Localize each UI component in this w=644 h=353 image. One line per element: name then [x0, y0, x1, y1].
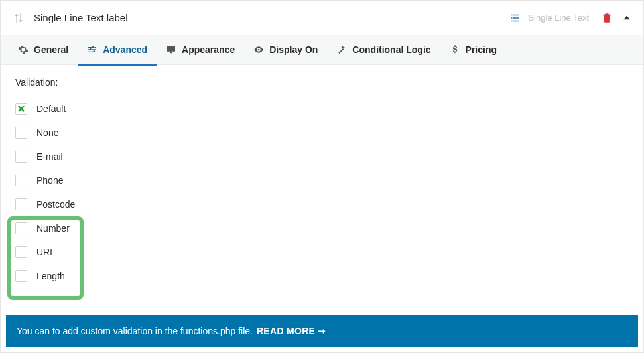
validation-option-email[interactable]: E-mail: [15, 145, 629, 169]
validation-option-length[interactable]: Length: [15, 264, 629, 288]
option-label: None: [36, 127, 58, 138]
validation-option-postcode[interactable]: Postcode: [15, 192, 629, 216]
field-type-text: Single Line Text: [528, 13, 589, 23]
sliders-icon: [87, 44, 97, 55]
option-label: Phone: [36, 175, 63, 186]
option-label: Default: [36, 104, 66, 114]
validation-panel: Validation: Default None E-mail Phone Po…: [1, 65, 643, 297]
list-icon: [509, 12, 521, 24]
option-label: Postcode: [36, 199, 75, 210]
tab-label: Advanced: [103, 44, 147, 55]
tab-label: Pricing: [466, 44, 497, 55]
option-label: E-mail: [36, 151, 63, 162]
tab-general[interactable]: General: [9, 35, 78, 65]
wand-icon: [336, 44, 347, 55]
tab-pricing[interactable]: Pricing: [440, 35, 506, 65]
tab-label: Appearance: [182, 44, 235, 55]
validation-option-none[interactable]: None: [15, 121, 629, 145]
read-more-link[interactable]: READ MORE ➞: [257, 326, 326, 336]
dollar-icon: [450, 44, 460, 55]
option-label: Length: [36, 271, 65, 281]
eye-icon: [253, 44, 264, 55]
monitor-icon: [166, 44, 176, 55]
tab-conditional-logic[interactable]: Conditional Logic: [327, 35, 440, 65]
trash-icon[interactable]: [601, 12, 613, 24]
checkbox-icon[interactable]: [15, 198, 27, 210]
validation-option-default[interactable]: Default: [15, 97, 629, 121]
checkbox-icon[interactable]: [15, 151, 27, 163]
option-label: URL: [36, 247, 55, 257]
checkbox-icon[interactable]: [15, 103, 27, 115]
tab-label: General: [34, 44, 68, 55]
checkbox-icon[interactable]: [15, 270, 27, 282]
info-text: You can to add custom validation in the …: [17, 326, 253, 336]
checkbox-icon[interactable]: [15, 127, 27, 139]
validation-label: Validation:: [15, 77, 629, 88]
collapse-icon[interactable]: [622, 13, 631, 23]
gear-icon: [18, 44, 29, 55]
option-label: Number: [36, 223, 70, 234]
checkbox-icon[interactable]: [15, 246, 27, 258]
field-header: Single Line Text label Single Line Text: [1, 1, 643, 35]
read-more-label: READ MORE: [257, 326, 315, 336]
info-banner: You can to add custom validation in the …: [6, 315, 638, 347]
field-title: Single Line Text label: [34, 12, 509, 23]
checkbox-icon[interactable]: [15, 222, 27, 234]
sort-icon[interactable]: [13, 12, 25, 24]
field-type-indicator: Single Line Text: [509, 12, 589, 24]
tab-appearance[interactable]: Appearance: [157, 35, 244, 65]
tabs-bar: General Advanced Appearance Display On C…: [1, 35, 643, 65]
validation-option-number[interactable]: Number: [15, 216, 629, 240]
tab-label: Display On: [269, 44, 318, 55]
checkbox-icon[interactable]: [15, 175, 27, 186]
tab-display-on[interactable]: Display On: [244, 35, 327, 65]
arrow-right-icon: ➞: [318, 326, 326, 336]
tab-label: Conditional Logic: [352, 44, 430, 55]
validation-option-url[interactable]: URL: [15, 240, 629, 264]
validation-option-phone[interactable]: Phone: [15, 169, 629, 192]
tab-advanced[interactable]: Advanced: [78, 35, 157, 65]
